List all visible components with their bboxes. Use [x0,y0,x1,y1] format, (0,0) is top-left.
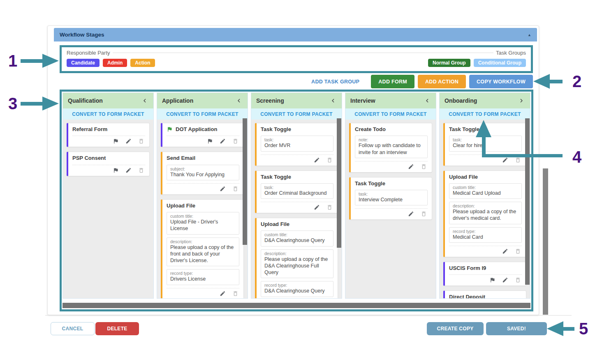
card-title: Create Todo [355,126,386,133]
column-scrollbar[interactable] [525,118,530,285]
card-field-label: record type: [170,271,236,276]
edit-icon[interactable] [220,186,226,192]
convert-to-form-packet-button[interactable]: CONVERT TO FORM PACKET [63,108,153,120]
edit-icon[interactable] [125,167,132,173]
stage-header: Onboarding [440,93,530,108]
edit-icon[interactable] [220,138,226,144]
convert-to-form-packet-button[interactable]: CONVERT TO FORM PACKET [251,108,342,120]
stages-board: QualificationCONVERT TO FORM PACKETRefer… [62,92,531,309]
card-field-value: Please upload a copy of the D&A Clearing… [264,256,330,276]
board-horizontal-scrollbar[interactable] [63,303,530,308]
workflow-card[interactable]: Task Toggletask:Interview Complete [349,177,432,220]
chevron-left-icon[interactable] [424,97,431,104]
edit-icon[interactable] [502,157,508,163]
card-field-value: Please upload a copy of the front and ba… [170,244,236,264]
card-field: description:Please upload a copy of the … [261,249,333,279]
card-field: custom title:D&A Clearinghouse Query [261,230,333,246]
column-scrollbar[interactable] [243,118,247,245]
delete-icon[interactable] [232,186,238,192]
workflow-card[interactable]: USCIS Form I9 [443,262,526,286]
workflow-card[interactable]: Referral Form [67,123,150,147]
annotation-number-2: 2 [572,73,581,90]
card-actions [449,246,522,255]
edit-icon[interactable] [502,248,508,254]
page-scrollbar[interactable] [543,168,548,315]
workflow-card[interactable]: Create Todonote:Follow up with candidate… [349,123,432,173]
stage-title: Screening [256,97,284,104]
delete-icon[interactable] [421,164,427,170]
workflow-card[interactable]: Send Emailsubject:Thank You For Applying [161,152,244,195]
delete-icon[interactable] [326,204,333,210]
card-field: task:Order Criminal Background [261,183,333,199]
workflow-card[interactable]: Upload Filecustom title:Medical Card Upl… [443,170,526,257]
add-form-button[interactable]: ADD FORM [371,75,414,88]
chevron-left-icon[interactable] [141,97,148,104]
chevron-left-icon[interactable] [235,97,243,104]
workflow-card[interactable]: Task Toggletask:Order Criminal Backgroun… [255,170,338,214]
edit-icon[interactable] [220,290,226,297]
card-actions [355,161,428,170]
workflow-card[interactable]: DOT Application [161,123,244,147]
create-copy-button[interactable]: CREATE COPY [427,322,484,335]
delete-icon[interactable] [515,277,521,283]
workflow-card[interactable]: Task Toggletask:Order MVR [255,123,338,166]
flag-icon[interactable] [113,167,119,173]
annotation-number-1: 1 [8,53,17,69]
card-title-row: DOT Application [167,126,239,133]
workflow-card[interactable]: Upload Filecustom title:Upload File - Dr… [161,199,244,299]
task-groups-label: Task Groups [496,50,526,56]
column-scrollbar[interactable] [337,118,341,248]
card-field: subject:Thank You For Applying [167,165,239,180]
chevron-left-icon[interactable] [329,97,337,104]
delete-icon[interactable] [421,211,427,217]
edit-icon[interactable] [408,211,414,217]
delete-icon[interactable] [515,157,521,163]
annotation-number-4: 4 [572,149,581,165]
add-task-group-button[interactable]: ADD TASK GROUP [311,79,359,85]
delete-icon[interactable] [515,248,521,254]
action-chip: Action [130,59,155,67]
stage-column-application: ApplicationCONVERT TO FORM PACKETDOT App… [157,92,248,299]
card-field-label: custom title: [453,185,518,190]
flag-icon[interactable] [113,138,119,144]
flag-icon[interactable] [207,138,213,144]
card-field-label: record type: [264,283,330,288]
edit-icon[interactable] [408,164,414,170]
stage-title: Onboarding [445,97,477,104]
add-action-button[interactable]: ADD ACTION [418,75,466,88]
collapse-panel-icon[interactable]: ▲ [528,33,531,37]
saved-button[interactable]: SAVED! [486,322,547,335]
delete-button[interactable]: DELETE [95,322,139,335]
card-field-label: task: [264,185,330,190]
card-actions [72,165,145,174]
card-actions [261,154,333,164]
edit-icon[interactable] [502,277,508,283]
card-actions [261,202,333,211]
edit-icon[interactable] [314,157,320,163]
candidate-chip: Candidate [67,59,100,67]
card-field-value: Interview Complete [359,196,424,203]
convert-to-form-packet-button[interactable]: CONVERT TO FORM PACKET [440,108,530,120]
card-title-row: Upload File [167,203,239,209]
edit-icon[interactable] [314,204,320,210]
workflow-card[interactable]: Direct Deposit [443,290,526,299]
stage-column-qualification: QualificationCONVERT TO FORM PACKETRefer… [63,92,154,299]
cancel-button[interactable]: CANCEL [51,322,95,335]
convert-to-form-packet-button[interactable]: CONVERT TO FORM PACKET [345,108,436,120]
workflow-card[interactable]: PSP Consent [67,152,150,176]
copy-workflow-button[interactable]: COPY WORKFLOW [469,75,533,88]
delete-icon[interactable] [326,157,333,163]
delete-icon[interactable] [232,290,238,297]
convert-to-form-packet-button[interactable]: CONVERT TO FORM PACKET [157,108,248,120]
delete-icon[interactable] [138,167,144,173]
task-group-chips: Normal Group Conditional Group [428,59,526,67]
delete-icon[interactable] [138,138,144,144]
card-field: record type:D&A Clearinghouse Query [261,281,333,297]
workflow-card[interactable]: Upload Filecustom title:D&A Clearinghous… [255,218,338,299]
delete-icon[interactable] [232,138,238,144]
annotation-arrow-3-head [42,97,59,111]
annotation-arrow-4-head [476,120,491,137]
chevron-right-icon[interactable] [518,97,525,104]
edit-icon[interactable] [125,138,132,144]
flag-icon[interactable] [489,277,495,283]
